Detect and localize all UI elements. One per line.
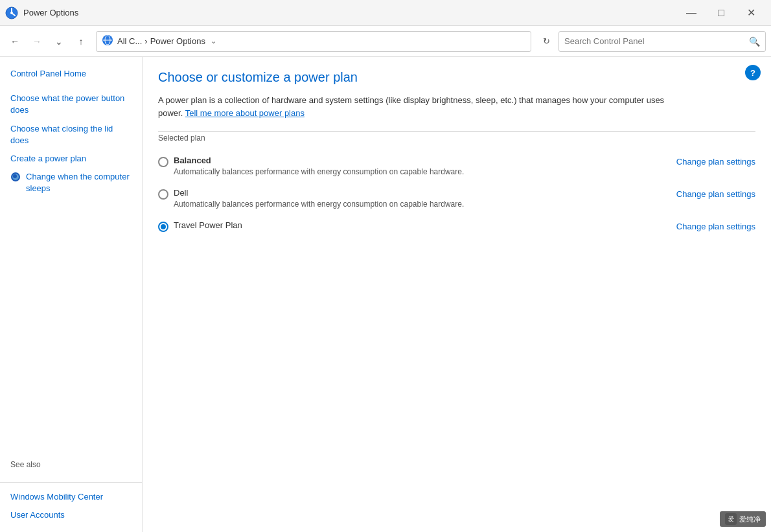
sidebar-item-change-sleep[interactable]: Change when the computer sleeps	[0, 168, 142, 198]
close-button[interactable]: ✕	[736, 3, 766, 23]
sidebar-item-closing-lid[interactable]: Choose what closing the lid does	[0, 120, 142, 150]
title-bar: Power Options — □ ✕	[0, 0, 771, 26]
sidebar-divider	[0, 482, 142, 483]
breadcrumb-icon	[102, 34, 113, 48]
address-bar: ← → ⌄ ↑ All C... › Power Options ⌄ ↻ 🔍	[0, 26, 771, 57]
selected-plan-section: Selected plan Balanced Automatically bal…	[158, 131, 755, 232]
search-box: 🔍	[558, 31, 766, 52]
plan-change-link-travel[interactable]: Change plan settings	[676, 220, 755, 231]
minimize-button[interactable]: —	[676, 3, 706, 23]
watermark-text: 爱纯净	[739, 515, 761, 524]
breadcrumb: All C... › Power Options ⌄	[96, 31, 531, 52]
learn-more-link[interactable]: Tell me more about power plans	[185, 108, 305, 118]
moon-icon	[10, 172, 21, 184]
sidebar-item-change-sleep-label: Change when the computer sleeps	[26, 171, 132, 194]
plan-item-dell: Dell Automatically balances performance …	[158, 188, 755, 209]
sidebar-item-power-button[interactable]: Choose what the power button does	[0, 89, 142, 119]
breadcrumb-chevron-icon[interactable]: ⌄	[211, 37, 216, 45]
plan-change-link-dell[interactable]: Change plan settings	[676, 188, 755, 199]
app-icon	[5, 6, 18, 19]
svg-point-7	[13, 174, 17, 178]
see-also-label: See also	[0, 455, 142, 474]
watermark-logo: 爱	[725, 513, 737, 525]
search-icon: 🔍	[749, 36, 760, 47]
dropdown-button[interactable]: ⌄	[49, 32, 69, 51]
plan-change-link-balanced[interactable]: Change plan settings	[676, 156, 755, 167]
plan-name-balanced: Balanced	[174, 156, 676, 165]
breadcrumb-current: Power Options	[150, 36, 205, 46]
sidebar-item-user-accounts[interactable]: User Accounts	[0, 506, 142, 524]
plan-radio-dell[interactable]	[158, 189, 168, 200]
search-input[interactable]	[564, 36, 744, 46]
watermark: 爱 爱纯净	[720, 511, 766, 527]
svg-point-1	[10, 12, 13, 14]
sidebar-item-create-power-plan[interactable]: Create a power plan	[0, 150, 142, 168]
selected-plan-label: Selected plan	[158, 133, 211, 143]
plan-radio-travel[interactable]	[158, 222, 168, 232]
help-button[interactable]: ?	[745, 65, 761, 80]
maximize-button[interactable]: □	[706, 3, 736, 23]
forward-button[interactable]: →	[27, 32, 47, 51]
plan-desc-dell: Automatically balances performance with …	[174, 200, 676, 209]
plan-name-dell: Dell	[174, 188, 676, 198]
sidebar: Control Panel Home Choose what the power…	[0, 57, 143, 532]
back-button[interactable]: ←	[5, 32, 25, 51]
window-controls: — □ ✕	[676, 3, 766, 23]
page-title: Choose or customize a power plan	[158, 70, 755, 85]
content-area: ? Choose or customize a power plan A pow…	[143, 57, 771, 532]
sidebar-item-control-panel-home[interactable]: Control Panel Home	[0, 65, 142, 83]
plan-name-travel: Travel Power Plan	[174, 220, 676, 230]
breadcrumb-separator: ›	[144, 36, 147, 46]
up-button[interactable]: ↑	[71, 32, 91, 51]
description: A power plan is a collection of hardware…	[158, 94, 689, 119]
refresh-button[interactable]: ↻	[536, 32, 556, 51]
plan-radio-balanced[interactable]	[158, 157, 168, 167]
plan-item-travel: Travel Power Plan Change plan settings	[158, 220, 755, 232]
breadcrumb-text: All C... › Power Options	[117, 36, 205, 46]
main-layout: Control Panel Home Choose what the power…	[0, 57, 771, 532]
plan-item-balanced: Balanced Automatically balances performa…	[158, 156, 755, 176]
sidebar-item-windows-mobility-center[interactable]: Windows Mobility Center	[0, 488, 142, 506]
breadcrumb-allc: All C...	[117, 36, 142, 46]
plan-desc-balanced: Automatically balances performance with …	[174, 167, 676, 176]
window-title: Power Options	[23, 8, 78, 17]
